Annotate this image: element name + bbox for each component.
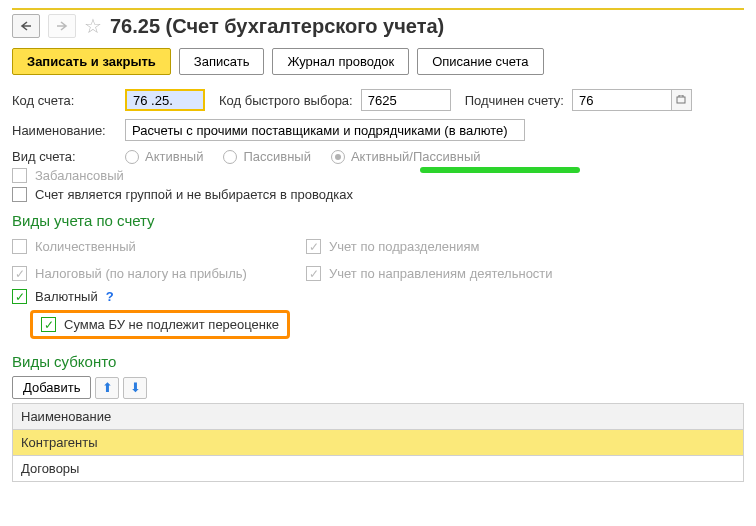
help-currency-icon[interactable]: ? [106, 289, 114, 304]
add-subconto-button[interactable]: Добавить [12, 376, 91, 399]
save-and-close-button[interactable]: Записать и закрыть [12, 48, 171, 75]
label-account-type: Вид счета: [12, 149, 117, 164]
label-fastcode: Код быстрого выбора: [219, 93, 353, 108]
highlight-marker [420, 167, 580, 173]
svg-rect-0 [677, 97, 685, 103]
nav-forward-button [48, 14, 76, 38]
label-code: Код счета: [12, 93, 117, 108]
label-by-dept: Учет по подразделениям [329, 239, 479, 254]
arrow-down-icon: ⬇ [130, 380, 141, 395]
checkbox-currency[interactable]: ✓ [12, 289, 27, 304]
label-quantity: Количественный [35, 239, 136, 254]
table-row[interactable]: Контрагенты [13, 430, 744, 456]
radio-icon [223, 150, 237, 164]
checkbox-no-revaluation[interactable]: ✓ [41, 317, 56, 332]
save-button[interactable]: Записать [179, 48, 265, 75]
label-by-direction: Учет по направлениям деятельности [329, 266, 553, 281]
table-row[interactable]: Договоры [13, 456, 744, 482]
checkbox-is-group[interactable] [12, 187, 27, 202]
account-code-input[interactable] [125, 89, 205, 111]
favorite-star-icon[interactable]: ☆ [84, 14, 102, 38]
nav-back-button[interactable] [12, 14, 40, 38]
section-subconto: Виды субконто [12, 353, 744, 370]
radio-passive[interactable]: Пассивный [223, 149, 311, 164]
checkbox-by-dept[interactable]: ✓ [306, 239, 321, 254]
subconto-table[interactable]: Наименование Контрагенты Договоры [12, 403, 744, 482]
journal-button[interactable]: Журнал проводок [272, 48, 409, 75]
table-header-name: Наименование [13, 404, 744, 430]
label-offbalance: Забалансовый [35, 168, 124, 183]
label-currency: Валютный [35, 289, 98, 304]
arrow-up-icon: ⬆ [102, 380, 113, 395]
checkbox-tax[interactable]: ✓ [12, 266, 27, 281]
radio-icon [331, 150, 345, 164]
label-tax: Налоговый (по налогу на прибыль) [35, 266, 247, 281]
label-name: Наименование: [12, 123, 117, 138]
open-icon [676, 95, 686, 105]
checkbox-quantity[interactable] [12, 239, 27, 254]
highlight-no-revaluation: ✓ Сумма БУ не подлежит переоценке [30, 310, 290, 339]
move-up-button[interactable]: ⬆ [95, 377, 119, 399]
radio-icon [125, 150, 139, 164]
radio-active-passive[interactable]: Активный/Пассивный [331, 149, 481, 164]
label-is-group: Счет является группой и не выбирается в … [35, 187, 353, 202]
move-down-button[interactable]: ⬇ [123, 377, 147, 399]
parent-account-input[interactable] [572, 89, 672, 111]
arrow-right-icon [56, 21, 68, 31]
label-no-revaluation: Сумма БУ не подлежит переоценке [64, 317, 279, 332]
section-account-types: Виды учета по счету [12, 212, 744, 229]
checkbox-by-direction[interactable]: ✓ [306, 266, 321, 281]
account-name-input[interactable] [125, 119, 525, 141]
checkbox-offbalance[interactable] [12, 168, 27, 183]
page-title: 76.25 (Счет бухгалтерского учета) [110, 15, 444, 38]
description-button[interactable]: Описание счета [417, 48, 543, 75]
radio-active[interactable]: Активный [125, 149, 203, 164]
arrow-left-icon [20, 21, 32, 31]
label-parent: Подчинен счету: [465, 93, 564, 108]
parent-account-open-button[interactable] [672, 89, 692, 111]
fast-code-input[interactable] [361, 89, 451, 111]
